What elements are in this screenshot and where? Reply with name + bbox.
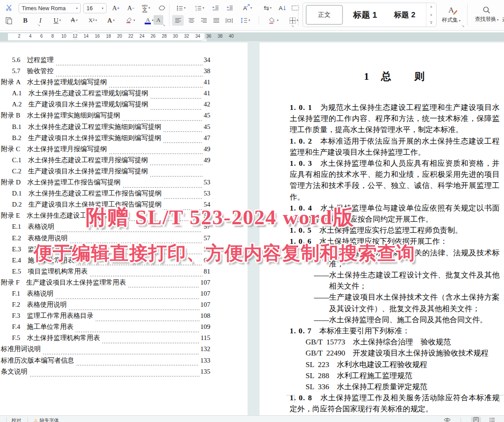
- toc-entry[interactable]: D.1 水土保持生态建设工程监理工作报告编写提纲53: [1, 189, 210, 200]
- bullet-list-button[interactable]: ▾: [173, 3, 189, 13]
- toc-entry[interactable]: A.1 水土保持生态建设工程监理规划编写提纲41: [1, 89, 210, 100]
- highlight-button[interactable]: ▾: [122, 15, 138, 26]
- ruler-number: 20: [117, 34, 122, 39]
- grow-font-button[interactable]: A+: [110, 3, 122, 13]
- clause-number: 1. 0. 7: [290, 327, 312, 335]
- numbered-list-button[interactable]: ▾: [192, 3, 208, 13]
- style-normal-label: 正文: [318, 11, 331, 19]
- horizontal-ruler[interactable]: 246810121416182022242628303234363840: [0, 32, 504, 41]
- decrease-indent-button[interactable]: [209, 3, 222, 13]
- style-heading1[interactable]: 标题 1: [345, 3, 386, 27]
- italic-button[interactable]: I: [35, 15, 45, 26]
- gallery-more-icon[interactable]: ⊽: [430, 21, 433, 25]
- font-dialog-launcher[interactable]: ↘: [162, 23, 165, 27]
- toc-entry-label: B.2 生产建设项目水土保持监理实施细则编写提纲: [12, 134, 161, 142]
- phonetic-guide-button[interactable]: wén 文 ▾: [138, 2, 154, 14]
- proofread-button[interactable]: 校对: [12, 417, 21, 422]
- toc-entry[interactable]: F.4 施工单位常用表109: [1, 323, 210, 334]
- style-set-icon: A: [449, 6, 454, 15]
- toc-entry[interactable]: 标准用词说明132: [1, 345, 210, 356]
- toc-entry[interactable]: C.2 生产建设项目水土保持监理月报编写提纲: [1, 167, 210, 178]
- style-normal[interactable]: 正文: [306, 5, 343, 25]
- toc-entry[interactable]: 附录 C 水土保持监理月报编写提纲49: [1, 145, 210, 156]
- wrap-icon: ⇆: [264, 4, 269, 12]
- toc-entry-label: C.1 水土保持生态建设工程监理月报编写提纲: [12, 156, 148, 164]
- toc-entry[interactable]: F.5 水土保持监理机构常用表115: [1, 334, 210, 345]
- align-left-button[interactable]: [172, 15, 184, 26]
- toc-entry-page: 49: [204, 145, 210, 153]
- page-view-button[interactable]: [471, 417, 481, 422]
- toc-entry[interactable]: E.5 项目监理机构常用表81: [1, 267, 210, 278]
- clear-format-button[interactable]: [156, 3, 168, 13]
- paragraph-dialog-launcher[interactable]: ↘: [291, 24, 294, 28]
- toc-entry-label: B.1 水土保持生态建设工程监理实施细则编写提纲: [12, 123, 161, 131]
- paste-icon: [5, 17, 12, 24]
- underline-icon: U: [54, 17, 59, 24]
- toc-entry[interactable]: 5.7 验收管控38: [1, 67, 210, 78]
- underline-button[interactable]: U ▾: [50, 15, 65, 26]
- missing-fonts-button[interactable]: ⚠ 缺失字体: [34, 417, 59, 422]
- toc-entry[interactable]: 附录 B 水土保持监理实施细则编写提纲45: [1, 111, 210, 122]
- margin-crop-mark: [499, 395, 504, 402]
- line-spacing-button[interactable]: ▾: [237, 15, 254, 26]
- toc-entry-page: 107: [201, 290, 211, 297]
- toc-entry[interactable]: C.1 水土保持生态建设工程监理月报编写提纲49: [1, 156, 210, 167]
- superscript-button[interactable]: X² ▾: [84, 15, 101, 26]
- toc-entry-page: 49: [204, 156, 210, 164]
- align-right-button[interactable]: [198, 15, 209, 26]
- style-set-button[interactable]: A 样式集▾: [438, 4, 464, 26]
- toc-entry[interactable]: 5.6 过程监理34: [1, 56, 210, 67]
- chevron-down-icon: ▾: [149, 6, 150, 10]
- toc-entry-label: F.2 表格使用说明: [12, 301, 67, 309]
- strikethrough-button[interactable]: A ▾: [67, 15, 82, 26]
- toc-entry[interactable]: 附录 D 水土保持监理工作报告编写提纲53: [1, 178, 210, 189]
- borders-icon: [289, 17, 296, 24]
- tab-stops-button[interactable]: [289, 3, 301, 13]
- chevron-down-icon: ▾: [248, 19, 250, 22]
- character-shading-icon: A: [156, 16, 160, 23]
- toc-entry[interactable]: 条文说明135: [1, 367, 210, 379]
- ruler-number: 40: [229, 34, 234, 39]
- dot-leader: [90, 272, 202, 278]
- toc-entry[interactable]: B.2 生产建设项目水土保持监理实施细则编写提纲47: [1, 134, 210, 145]
- toc-entry[interactable]: B.1 水土保持生态建设工程监理实施细则编写提纲45: [1, 123, 210, 134]
- align-right-icon: [201, 18, 207, 23]
- toc-entry-page: 38: [204, 67, 210, 75]
- wrap-settings-button[interactable]: ⇆ ▾: [259, 3, 276, 13]
- text-effects-button[interactable]: A ▾: [103, 15, 119, 26]
- paste-button[interactable]: [4, 15, 14, 26]
- cut-button[interactable]: [4, 3, 14, 12]
- font-name-select[interactable]: Times New Roma ▾: [19, 3, 81, 13]
- shrink-font-button[interactable]: A−: [125, 3, 137, 13]
- text-tool-button[interactable]: A ▾: [240, 3, 256, 13]
- style-gallery-scroll: ∧ ∨ ⊽: [426, 3, 436, 27]
- eye-protect-button[interactable]: [444, 417, 451, 422]
- toc-entry[interactable]: F.3 监理工作常用表格目录108: [1, 312, 210, 323]
- increase-indent-button[interactable]: [224, 3, 236, 13]
- bold-button[interactable]: B: [20, 15, 30, 26]
- toc-entry[interactable]: A.2 生产建设项目水土保持监理规划编写提纲42: [1, 100, 210, 111]
- strikethrough-icon: A: [71, 17, 75, 24]
- toc-entry[interactable]: 附录 A 水土保持监理规划编写提纲41: [1, 78, 210, 89]
- font-size-select[interactable]: 16 ▾: [83, 3, 106, 13]
- justify-button[interactable]: [210, 15, 222, 26]
- paragraph-ref: GB/T 22490 开发建设项目水土保持设施验收技术规程: [306, 348, 500, 359]
- character-shading-button[interactable]: A: [154, 15, 163, 25]
- outline-view-button[interactable]: [487, 417, 497, 422]
- scroll-up-icon[interactable]: ∧: [430, 5, 433, 9]
- toc-entry-label: A.2 生产建设项目水土保持监理规划编写提纲: [12, 100, 148, 109]
- distribute-button[interactable]: [223, 15, 235, 26]
- shading-button[interactable]: ▾: [264, 15, 282, 26]
- toc-entry[interactable]: F.2 表格使用说明107: [1, 301, 210, 312]
- style-heading2[interactable]: 标题 2: [386, 3, 424, 27]
- toc-entry-page: 109: [201, 323, 211, 331]
- toc-entry[interactable]: 标准历次版本编写者信息133: [1, 356, 210, 367]
- toolbar-divider: [298, 4, 299, 26]
- sort-button[interactable]: A: [277, 3, 288, 13]
- find-replace-button[interactable]: 查找替换▾: [471, 4, 502, 26]
- overflow-tool-label[interactable]: 选: [500, 15, 504, 24]
- toc-entry[interactable]: 附录 F 生产建设项目水土保持监理常用表107: [1, 278, 210, 289]
- toc-entry[interactable]: F.1 表格说明107: [1, 289, 210, 301]
- align-center-button[interactable]: [185, 15, 197, 26]
- scroll-down-icon[interactable]: ∨: [430, 13, 433, 17]
